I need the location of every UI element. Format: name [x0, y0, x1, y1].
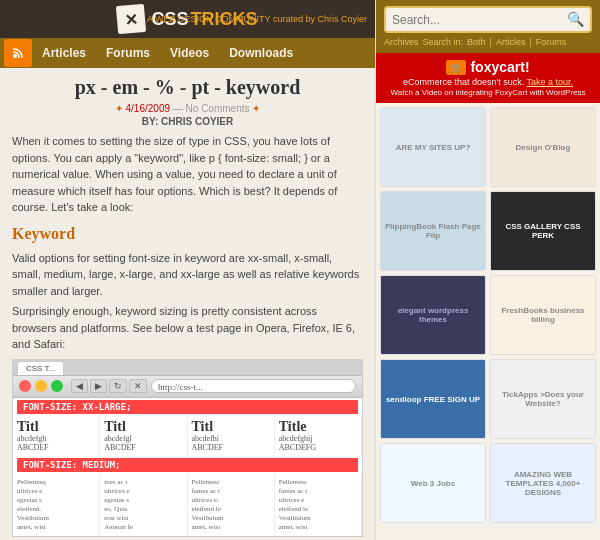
browser-tab[interactable]: CSS T... — [17, 361, 64, 375]
foxycart-ad[interactable]: 🛒 foxycart! eCommerce that doesn't suck.… — [376, 53, 600, 103]
article-author: by: CHRIS COYIER — [12, 116, 363, 127]
article-intro: When it comes to setting the size of typ… — [12, 133, 363, 216]
article-area: px - em - % - pt - keyword ✦ 4/16/2009 —… — [0, 68, 375, 540]
address-bar[interactable]: http://css-t... — [151, 379, 356, 393]
svg-point-0 — [13, 54, 17, 58]
ad-flippingbook-label: FlippingBook Flash Page Flip — [381, 192, 485, 270]
refresh-button[interactable]: ↻ — [109, 379, 127, 393]
search-box[interactable]: 🔍 — [384, 6, 592, 33]
keyword-desc-1: Valid options for setting font-size in k… — [12, 250, 363, 300]
ad-freshbooks[interactable]: FreshBooks business billing — [490, 275, 596, 355]
col-ABC-4: ABCDEFG — [279, 443, 357, 452]
ad-designblog[interactable]: Design O'Blog — [490, 107, 596, 187]
ad-mysites-label: ARE MY SITES UP? — [381, 108, 485, 186]
body-text-2: mes ac tultrices eegestas seo. Quiserat … — [104, 478, 182, 533]
stop-button[interactable]: ✕ — [129, 379, 147, 393]
browser-content-medium: Pellentesqultrices eegestas seleifend.Ve… — [13, 474, 362, 537]
body-text-4: Pellentescfames ac tultrices eeleifend l… — [279, 478, 357, 533]
ad-icon: 🛒 — [446, 60, 466, 75]
col-title-3: Titl — [192, 420, 270, 434]
nav-videos[interactable]: Videos — [160, 38, 219, 68]
ad-cta[interactable]: Take a tour. — [527, 77, 574, 87]
ad-sendloop-label: sendloop FREE SIGN UP — [381, 360, 485, 438]
ad-elegant-label: elegant wordpress themes — [381, 276, 485, 354]
forward-button[interactable]: ▶ — [90, 379, 107, 393]
col-abc-1: abcdefgh — [17, 434, 95, 443]
back-button[interactable]: ◀ — [71, 379, 88, 393]
site-header: ✕ CSS TRICKS A WEB DESIGN COMMUNITY cura… — [0, 0, 375, 38]
rss-icon[interactable] — [4, 39, 32, 67]
col-title-4: Title — [279, 420, 357, 434]
browser-tabs: CSS T... — [13, 360, 362, 376]
article-date: 4/16/2009 — [126, 103, 171, 114]
col-abc-3: abcdefhi — [192, 434, 270, 443]
ad-cssperk-label: CSS GALLERY CSS PERK — [491, 192, 595, 270]
sidebar: 🔍 Archives Search in: Both | Articles | … — [375, 0, 600, 540]
col-title-1: Titl — [17, 420, 95, 434]
minimize-btn[interactable] — [35, 380, 47, 392]
ad-dreamtemplate[interactable]: AMAZING WEB TEMPLATES 4,000+ DESIGNS — [490, 443, 596, 523]
col-ABC-1: ABCDEF — [17, 443, 95, 452]
search-forums[interactable]: Forums — [536, 37, 567, 47]
site-tagline: A WEB DESIGN COMMUNITY curated by Chris … — [147, 14, 367, 24]
search-both[interactable]: Both — [467, 37, 486, 47]
keyword-desc-2: Surprisingly enough, keyword sizing is p… — [12, 303, 363, 353]
col-ABC-2: ABCDEF — [104, 443, 182, 452]
search-section: 🔍 Archives Search in: Both | Articles | … — [376, 0, 600, 53]
article-body: When it comes to setting the size of typ… — [12, 133, 363, 353]
browser-screenshot: CSS T... ◀ ▶ ↻ ✕ http://css-t... FONT-SI… — [12, 359, 363, 538]
ads-grid: ARE MY SITES UP? Design O'Blog FlippingB… — [376, 103, 600, 527]
ad-cssperk[interactable]: CSS GALLERY CSS PERK — [490, 191, 596, 271]
close-btn[interactable] — [19, 380, 31, 392]
ad-elegant[interactable]: elegant wordpress themes — [380, 275, 486, 355]
font-col-4: Title abcdefghij ABCDEFG — [275, 416, 362, 456]
article-comments[interactable]: No Comments — [186, 103, 250, 114]
search-articles[interactable]: Articles — [496, 37, 526, 47]
font-col-3: Titl abcdefhi ABCDEF — [188, 416, 275, 456]
browser-content: Titl abcdefgh ABCDEF Titl abcdefgl ABCDE… — [13, 416, 362, 456]
main-nav: Articles Forums Videos Downloads — [0, 38, 375, 68]
section-keyword: Keyword — [12, 222, 363, 246]
ad-tickapps-label: TickApps >Does your Website? — [491, 360, 595, 438]
browser-nav-buttons: ◀ ▶ ↻ ✕ — [71, 379, 147, 393]
ad-dreamtemplate-label: AMAZING WEB TEMPLATES 4,000+ DESIGNS — [491, 444, 595, 522]
font-col-m3: Pellentescfames ac tultrices e;eleifend … — [188, 474, 275, 537]
ad-mysites[interactable]: ARE MY SITES UP? — [380, 107, 486, 187]
ad-web3jobs[interactable]: Web 3 Jobs — [380, 443, 486, 523]
body-text-1: Pellentesqultrices eegestas seleifend.Ve… — [17, 478, 95, 533]
font-col-m4: Pellentescfames ac tultrices eeleifend l… — [275, 474, 362, 537]
col-abc-4: abcdefghij — [279, 434, 357, 443]
search-filter-links: Archives Search in: Both | Articles | Fo… — [384, 37, 592, 47]
ad-freshbooks-label: FreshBooks business billing — [491, 276, 595, 354]
col-title-2: Titl — [104, 420, 182, 434]
maximize-btn[interactable] — [51, 380, 63, 392]
author-name[interactable]: CHRIS COYIER — [161, 116, 233, 127]
nav-forums[interactable]: Forums — [96, 38, 160, 68]
ad-tickapps[interactable]: TickApps >Does your Website? — [490, 359, 596, 439]
font-label-medium: FONT-SIZE: MEDIUM; — [17, 458, 358, 472]
browser-toolbar: ◀ ▶ ↻ ✕ http://css-t... — [13, 376, 362, 398]
font-label-xxlarge: FONT-SIZE: XX-LARGE; — [17, 400, 358, 414]
ad-web3jobs-label: Web 3 Jobs — [381, 444, 485, 522]
archives-link[interactable]: Archives — [384, 37, 419, 47]
col-ABC-3: ABCDEF — [192, 443, 270, 452]
body-text-3: Pellentescfames ac tultrices e;eleifend … — [192, 478, 270, 533]
col-abc-2: abcdefgl — [104, 434, 182, 443]
article-title: px - em - % - pt - keyword — [12, 76, 363, 99]
logo-icon: ✕ — [116, 4, 146, 34]
ad-sendloop[interactable]: sendloop FREE SIGN UP — [380, 359, 486, 439]
font-col-m2: mes ac tultrices eegestas seo. Quiserat … — [100, 474, 187, 537]
ad-tagline: eCommerce that doesn't suck. Take a tour… — [384, 77, 592, 87]
nav-downloads[interactable]: Downloads — [219, 38, 303, 68]
ad-flippingbook[interactable]: FlippingBook Flash Page Flip — [380, 191, 486, 271]
nav-articles[interactable]: Articles — [32, 38, 96, 68]
ad-brand: foxycart! — [470, 59, 529, 75]
font-col-2: Titl abcdefgl ABCDEF — [100, 416, 187, 456]
main-content: ✕ CSS TRICKS A WEB DESIGN COMMUNITY cura… — [0, 0, 375, 540]
search-input[interactable] — [392, 13, 567, 27]
font-col-m1: Pellentesqultrices eegestas seleifend.Ve… — [13, 474, 100, 537]
ad-designblog-label: Design O'Blog — [491, 108, 595, 186]
article-meta: ✦ 4/16/2009 — No Comments ✦ — [12, 103, 363, 114]
ad-video-link[interactable]: Watch a Video on integrating FoxyCart wi… — [384, 88, 592, 97]
font-col-1: Titl abcdefgh ABCDEF — [13, 416, 100, 456]
